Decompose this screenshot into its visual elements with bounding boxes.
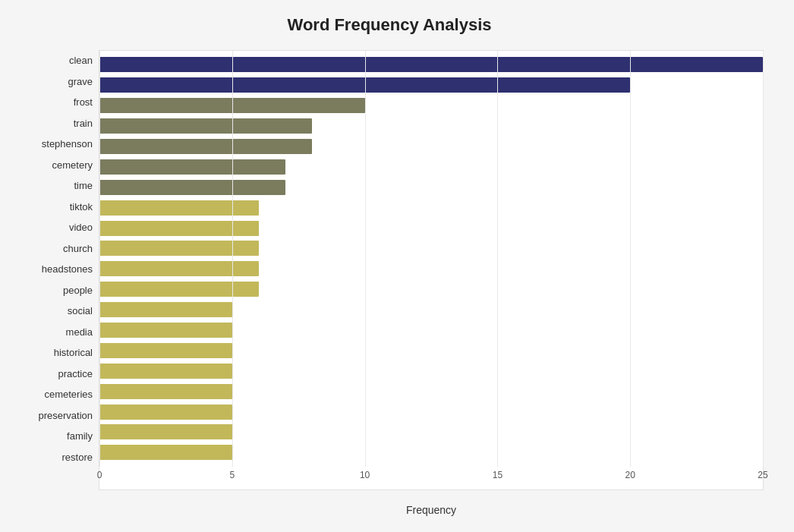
plot-area: 0510152025 Frequency — [99, 50, 764, 490]
bar-row — [99, 301, 763, 318]
y-label: clean — [15, 51, 99, 71]
bar — [99, 241, 259, 256]
y-label: cemetery — [15, 155, 99, 175]
bar-row — [99, 260, 763, 277]
y-label: cemeteries — [15, 385, 99, 405]
y-label: media — [15, 322, 99, 342]
x-tick: 10 — [360, 470, 370, 480]
bars-container — [99, 51, 763, 467]
y-label: people — [15, 280, 99, 300]
y-label: preservation — [15, 405, 99, 425]
bar-row — [99, 118, 763, 134]
bar — [99, 282, 259, 297]
x-tick: 15 — [493, 470, 503, 480]
y-axis: cleangravefrosttrainstephensoncemeteryti… — [15, 50, 99, 490]
bar — [99, 384, 232, 399]
bar — [99, 323, 232, 338]
bar — [99, 159, 285, 175]
y-label: social — [15, 301, 99, 321]
bar-row — [99, 179, 763, 196]
bar-row — [99, 342, 763, 359]
bar-row — [99, 281, 763, 297]
y-label: tiktok — [15, 197, 99, 216]
bar-row — [99, 404, 763, 420]
bar-row — [99, 423, 763, 440]
grid-line — [630, 51, 631, 467]
grid-line — [99, 51, 100, 467]
y-label: church — [15, 238, 99, 258]
x-tick: 5 — [229, 470, 235, 480]
bar — [99, 200, 259, 216]
chart-container: Word Frequency Analysis cleangravefrostt… — [0, 0, 794, 532]
grid-line — [763, 51, 764, 467]
bar-row — [99, 56, 763, 73]
bar-row — [99, 200, 763, 216]
bar — [99, 424, 232, 439]
y-label: headstones — [15, 260, 99, 279]
bar-row — [99, 77, 763, 93]
bar-row — [99, 363, 763, 379]
bar — [99, 118, 312, 134]
bar — [99, 445, 232, 460]
bar-row — [99, 322, 763, 338]
bar — [99, 364, 232, 379]
bar — [99, 57, 763, 72]
y-label: historical — [15, 343, 99, 363]
x-axis-title: Frequency — [99, 504, 763, 516]
x-tick: 25 — [758, 470, 767, 480]
y-label: practice — [15, 364, 99, 383]
bar-row — [99, 444, 763, 461]
bar-row — [99, 383, 763, 400]
bar — [99, 261, 259, 276]
bar — [99, 139, 312, 154]
grid-line — [232, 51, 233, 467]
y-label: grave — [15, 71, 99, 91]
x-tick: 20 — [625, 470, 635, 480]
bar-row — [99, 220, 763, 237]
y-label: video — [15, 218, 99, 238]
x-axis-labels: 0510152025 — [99, 467, 763, 490]
bar-row — [99, 240, 763, 257]
y-label: train — [15, 113, 99, 133]
bar — [99, 221, 259, 236]
grid-line — [365, 51, 366, 467]
bar — [99, 405, 232, 420]
chart-title: Word Frequency Analysis — [15, 15, 764, 35]
bar — [99, 180, 285, 195]
bar-row — [99, 159, 763, 175]
y-label: frost — [15, 93, 99, 112]
y-label: restore — [15, 447, 99, 467]
y-label: time — [15, 176, 99, 196]
bar-row — [99, 97, 763, 114]
x-tick: 0 — [97, 470, 102, 480]
bar-row — [99, 138, 763, 155]
y-label: stephenson — [15, 134, 99, 154]
grid-line — [497, 51, 498, 467]
y-label: family — [15, 427, 99, 446]
bar — [99, 302, 232, 317]
bar — [99, 343, 232, 358]
chart-area: cleangravefrosttrainstephensoncemeteryti… — [15, 50, 764, 490]
